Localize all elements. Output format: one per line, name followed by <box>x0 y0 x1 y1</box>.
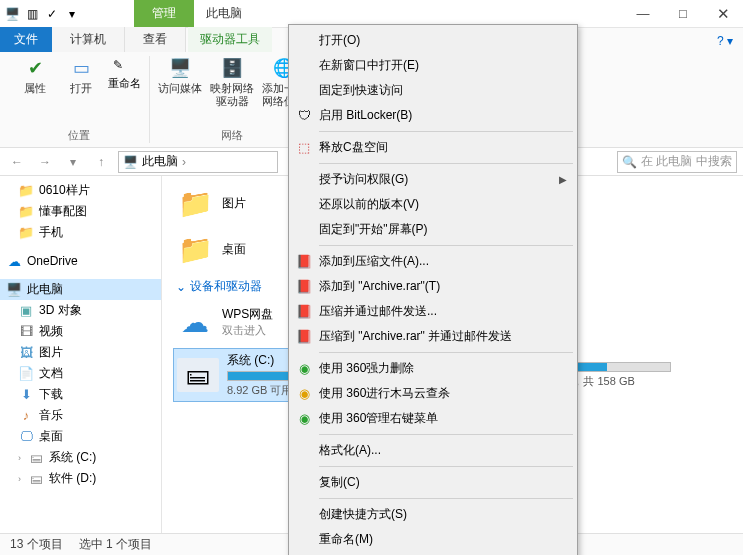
ribbon-group-location: ✔ 属性 ▭ 打开 ✎ 重命名 位置 <box>8 56 150 143</box>
path-segment[interactable]: 此电脑 <box>142 153 178 170</box>
tree-3d[interactable]: ▣3D 对象 <box>0 300 161 321</box>
properties-button[interactable]: ✔ 属性 <box>16 56 54 95</box>
open-button[interactable]: ▭ 打开 <box>62 56 100 95</box>
tree-music[interactable]: ♪音乐 <box>0 405 161 426</box>
file-icon[interactable]: ▥ <box>24 6 40 22</box>
pc-icon: 🖥️ <box>6 282 22 298</box>
tab-drive-tools[interactable]: 驱动器工具 <box>188 27 272 52</box>
tab-computer[interactable]: 计算机 <box>52 27 125 52</box>
nav-forward[interactable]: → <box>34 151 56 173</box>
maximize-button[interactable]: □ <box>663 0 703 27</box>
desktop-icon: 🖵 <box>18 429 34 445</box>
ctx-add-rar[interactable]: 📕添加到压缩文件(A)... <box>291 249 575 274</box>
drive-icon: 🖴 <box>28 471 44 487</box>
ctx-pin-start[interactable]: 固定到"开始"屏幕(P) <box>291 217 575 242</box>
nav-tree: 📁0610样片 📁懂事配图 📁手机 ☁OneDrive 🖥️此电脑 ▣3D 对象… <box>0 176 162 533</box>
properties-icon: ✔ <box>23 56 47 80</box>
nav-back[interactable]: ← <box>6 151 28 173</box>
close-button[interactable]: ✕ <box>703 0 743 27</box>
ctx-add-archive[interactable]: 📕添加到 "Archive.rar"(T) <box>291 274 575 299</box>
tree-onedrive[interactable]: ☁OneDrive <box>0 251 161 271</box>
map-drive-button[interactable]: 🗄️ 映射网络 驱动器 <box>210 56 254 108</box>
download-icon: ⬇ <box>18 387 34 403</box>
ctx-copy[interactable]: 复制(C) <box>291 470 575 495</box>
doc-icon: 📄 <box>18 366 34 382</box>
tree-downloads[interactable]: ⬇下载 <box>0 384 161 405</box>
ctx-bitlocker[interactable]: 🛡启用 BitLocker(B) <box>291 103 575 128</box>
tree-drive-c[interactable]: ›🖴系统 (C:) <box>0 447 161 468</box>
pc-icon: 🖥️ <box>123 155 138 169</box>
folder-icon: 📁 <box>18 183 34 199</box>
rename-icon: ✎ <box>110 57 126 73</box>
dropdown-icon[interactable]: ▾ <box>64 6 80 22</box>
ctx-compress-archive-mail[interactable]: 📕压缩到 "Archive.rar" 并通过邮件发送 <box>291 324 575 349</box>
media-icon: 🖥️ <box>168 56 192 80</box>
archive-icon: 📕 <box>295 328 313 346</box>
ctx-grant-access[interactable]: 授予访问权限(G)▶ <box>291 167 575 192</box>
360-icon: ◉ <box>295 360 313 378</box>
chevron-right-icon: › <box>18 474 21 484</box>
tree-video[interactable]: 🎞视频 <box>0 321 161 342</box>
cloud-icon: ☁ <box>6 253 22 269</box>
breadcrumb[interactable]: 🖥️ 此电脑 › <box>118 151 278 173</box>
pc-icon: 🖥️ <box>4 6 20 22</box>
ctx-free-c[interactable]: ⬚释放C盘空间 <box>291 135 575 160</box>
tree-drive-d[interactable]: ›🖴软件 (D:) <box>0 468 161 489</box>
ctx-pin-quick[interactable]: 固定到快速访问 <box>291 78 575 103</box>
group-label-location: 位置 <box>68 128 90 143</box>
ctx-format[interactable]: 格式化(A)... <box>291 438 575 463</box>
video-icon: 🎞 <box>18 324 34 340</box>
ctx-open[interactable]: 打开(O) <box>291 28 575 53</box>
tree-folder[interactable]: 📁懂事配图 <box>0 201 161 222</box>
folder-icon: 📁 <box>176 230 214 268</box>
ctx-restore-prev[interactable]: 还原以前的版本(V) <box>291 192 575 217</box>
folder-icon: 📁 <box>18 225 34 241</box>
nav-history[interactable]: ▾ <box>62 151 84 173</box>
status-selected-count: 选中 1 个项目 <box>79 536 152 553</box>
minimize-button[interactable]: — <box>623 0 663 27</box>
group-label-network: 网络 <box>221 128 243 143</box>
search-input[interactable]: 🔍 在 此电脑 中搜索 <box>617 151 737 173</box>
ctx-360-delete[interactable]: ◉使用 360强力删除 <box>291 356 575 381</box>
chevron-down-icon: ⌄ <box>176 280 186 294</box>
ctx-shortcut[interactable]: 创建快捷方式(S) <box>291 502 575 527</box>
tree-pictures[interactable]: 🖼图片 <box>0 342 161 363</box>
check-icon[interactable]: ✓ <box>44 6 60 22</box>
360-icon: ◉ <box>295 410 313 428</box>
ctx-rename[interactable]: 重命名(M) <box>291 527 575 552</box>
drive-icon: 🖴 <box>28 450 44 466</box>
open-icon: ▭ <box>69 56 93 80</box>
cloud-icon: ☁ <box>176 303 214 341</box>
ctx-360-menu[interactable]: ◉使用 360管理右键菜单 <box>291 406 575 431</box>
folder-icon: 📁 <box>18 204 34 220</box>
tree-folder[interactable]: 📁手机 <box>0 222 161 243</box>
ctx-360-scan[interactable]: ◉使用 360进行木马云查杀 <box>291 381 575 406</box>
status-item-count: 13 个项目 <box>10 536 63 553</box>
map-drive-icon: 🗄️ <box>220 56 244 80</box>
drive-icon: 🖴 <box>177 358 219 392</box>
tree-docs[interactable]: 📄文档 <box>0 363 161 384</box>
help-button[interactable]: ? ▾ <box>707 30 743 52</box>
chevron-right-icon: ▶ <box>559 174 567 185</box>
rename-button[interactable]: ✎ <box>108 56 141 74</box>
tree-desktop[interactable]: 🖵桌面 <box>0 426 161 447</box>
context-menu: 打开(O) 在新窗口中打开(E) 固定到快速访问 🛡启用 BitLocker(B… <box>288 24 578 555</box>
360-icon: ◉ <box>295 385 313 403</box>
picture-icon: 🖼 <box>18 345 34 361</box>
media-button[interactable]: 🖥️ 访问媒体 <box>158 56 202 108</box>
tab-view[interactable]: 查看 <box>125 27 186 52</box>
cube-icon: ▣ <box>18 303 34 319</box>
quick-access-toolbar: 🖥️ ▥ ✓ ▾ <box>0 0 84 27</box>
nav-up[interactable]: ↑ <box>90 151 112 173</box>
window-title: 此电脑 <box>194 0 254 27</box>
tree-thispc[interactable]: 🖥️此电脑 <box>0 279 161 300</box>
chevron-right-icon: › <box>182 155 186 169</box>
archive-icon: 📕 <box>295 303 313 321</box>
tab-file[interactable]: 文件 <box>0 27 52 52</box>
ctx-compress-mail[interactable]: 📕压缩并通过邮件发送... <box>291 299 575 324</box>
music-icon: ♪ <box>18 408 34 424</box>
manage-tab-header: 管理 <box>134 0 194 27</box>
ctx-new-window[interactable]: 在新窗口中打开(E) <box>291 53 575 78</box>
tree-folder[interactable]: 📁0610样片 <box>0 180 161 201</box>
window-controls: — □ ✕ <box>623 0 743 27</box>
